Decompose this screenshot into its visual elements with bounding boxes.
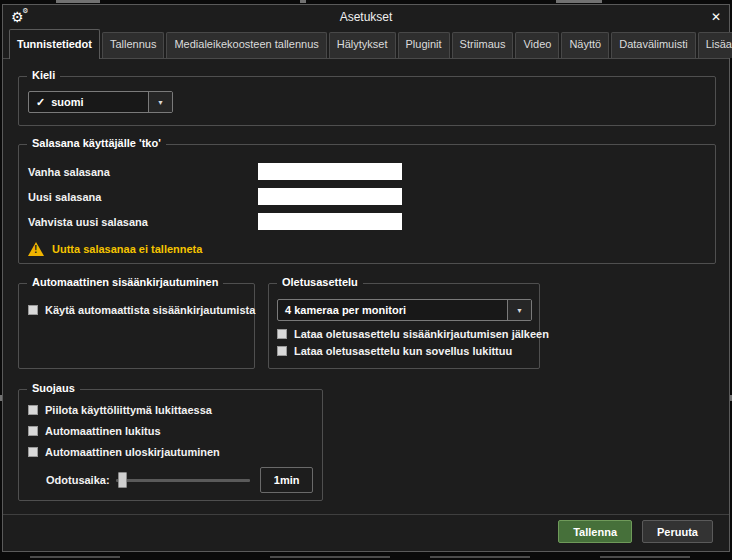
checkbox-icon[interactable] xyxy=(28,447,38,457)
default-layout-selected-value: 4 kameraa per monitori xyxy=(285,304,406,316)
confirm-password-label: Vahvista uusi salasana xyxy=(28,216,258,228)
tab-tallennus[interactable]: Tallennus xyxy=(102,32,164,58)
hide-ui-when-locked-row[interactable]: Piilota käyttöliittymä lukittaessa xyxy=(28,404,313,416)
background-artifact xyxy=(56,0,100,3)
footer: Tallenna Peruuta xyxy=(3,515,729,543)
password-legend: Salasana käyttäjälle 'tko' xyxy=(27,137,166,149)
background-artifact xyxy=(600,556,690,558)
auto-logout-row[interactable]: Automaattinen uloskirjautuminen xyxy=(28,446,313,458)
load-layout-on-lock-label: Lataa oletusasettelu kun sovellus lukitt… xyxy=(294,345,512,357)
default-layout-group: Oletusasettelu 4 kameraa per monitori ▼ … xyxy=(268,283,540,369)
language-legend: Kieli xyxy=(27,69,60,81)
autologin-checkbox-label: Käytä automaattista sisäänkirjautumista xyxy=(45,304,255,316)
security-group: Suojaus Piilota käyttöliittymä lukittaes… xyxy=(18,389,323,501)
tab-tunnistetiedot[interactable]: Tunnistetiedot xyxy=(9,29,100,59)
hide-ui-when-locked-label: Piilota käyttöliittymä lukittaessa xyxy=(45,404,212,416)
warning-icon xyxy=(28,242,44,256)
password-warning-text: Uutta salasanaa ei tallenneta xyxy=(52,243,202,255)
new-password-label: Uusi salasana xyxy=(28,191,258,203)
password-group: Salasana käyttäjälle 'tko' Vanha salasan… xyxy=(18,144,716,264)
autologin-group: Automaattinen sisäänkirjautuminen Käytä … xyxy=(18,283,255,369)
checkbox-icon[interactable] xyxy=(28,405,38,415)
old-password-field[interactable] xyxy=(258,163,402,180)
save-button[interactable]: Tallenna xyxy=(558,520,632,543)
settings-dialog: ⚙⚙ Asetukset ✕ Tunnistetiedot Tallennus … xyxy=(2,4,730,552)
language-select[interactable]: ✓ suomi ▼ xyxy=(28,91,173,113)
slider-track xyxy=(116,479,251,482)
background-artifact xyxy=(556,0,602,3)
chevron-down-icon[interactable]: ▼ xyxy=(507,300,531,320)
tab-datavalimuisti[interactable]: Datavälimuisti xyxy=(611,32,695,58)
autologin-legend: Automaattinen sisäänkirjautuminen xyxy=(27,276,223,288)
tab-video[interactable]: Video xyxy=(515,32,559,58)
tab-naytto[interactable]: Näyttö xyxy=(561,32,609,58)
new-password-field[interactable] xyxy=(258,188,402,205)
auto-lock-row[interactable]: Automaattinen lukitus xyxy=(28,425,313,437)
tab-halytykset[interactable]: Hälytykset xyxy=(329,32,396,58)
old-password-label: Vanha salasana xyxy=(28,166,258,178)
title-bar: ⚙⚙ Asetukset ✕ xyxy=(3,5,729,29)
cancel-button[interactable]: Peruuta xyxy=(642,520,713,543)
tab-medialeikekoosteen-tallennus[interactable]: Medialeikekoosteen tallennus xyxy=(166,32,326,58)
checkmark-icon: ✓ xyxy=(36,96,45,109)
slider-thumb[interactable] xyxy=(118,472,127,488)
autologin-checkbox-row[interactable]: Käytä automaattista sisäänkirjautumista xyxy=(28,304,245,316)
delay-label: Odotusaika: xyxy=(46,474,110,486)
language-selected-value: suomi xyxy=(51,96,83,108)
confirm-password-field[interactable] xyxy=(258,213,402,230)
load-layout-on-lock-row[interactable]: Lataa oletusasettelu kun sovellus lukitt… xyxy=(277,345,531,357)
checkbox-icon[interactable] xyxy=(28,426,38,436)
auto-lock-label: Automaattinen lukitus xyxy=(45,425,161,437)
chevron-down-icon[interactable]: ▼ xyxy=(148,92,172,112)
load-layout-after-login-row[interactable]: Lataa oletusasettelu sisäänkirjautumisen… xyxy=(277,328,531,340)
delay-slider[interactable] xyxy=(116,471,251,489)
auto-logout-label: Automaattinen uloskirjautuminen xyxy=(45,446,220,458)
background-artifact xyxy=(270,556,390,558)
tab-lisaasetukset[interactable]: Lisäasetukset xyxy=(698,32,732,58)
dialog-title: Asetukset xyxy=(3,10,729,24)
load-layout-after-login-label: Lataa oletusasettelu sisäänkirjautumisen… xyxy=(294,328,549,340)
checkbox-icon[interactable] xyxy=(28,305,38,315)
default-layout-select[interactable]: 4 kameraa per monitori ▼ xyxy=(277,299,532,321)
tab-pluginit[interactable]: Pluginit xyxy=(398,32,450,58)
language-group: Kieli ✓ suomi ▼ xyxy=(18,76,716,126)
default-layout-legend: Oletusasettelu xyxy=(277,276,363,288)
background-artifact xyxy=(430,556,530,558)
tab-bar: Tunnistetiedot Tallennus Medialeikekoost… xyxy=(3,29,729,59)
delay-value: 1min xyxy=(260,467,313,493)
checkbox-icon[interactable] xyxy=(277,329,287,339)
background-artifact xyxy=(30,556,120,558)
background-artifact xyxy=(300,0,306,3)
tab-striimaus[interactable]: Striimaus xyxy=(452,32,514,58)
close-icon[interactable]: ✕ xyxy=(711,11,721,23)
checkbox-icon[interactable] xyxy=(277,346,287,356)
security-legend: Suojaus xyxy=(27,382,80,394)
